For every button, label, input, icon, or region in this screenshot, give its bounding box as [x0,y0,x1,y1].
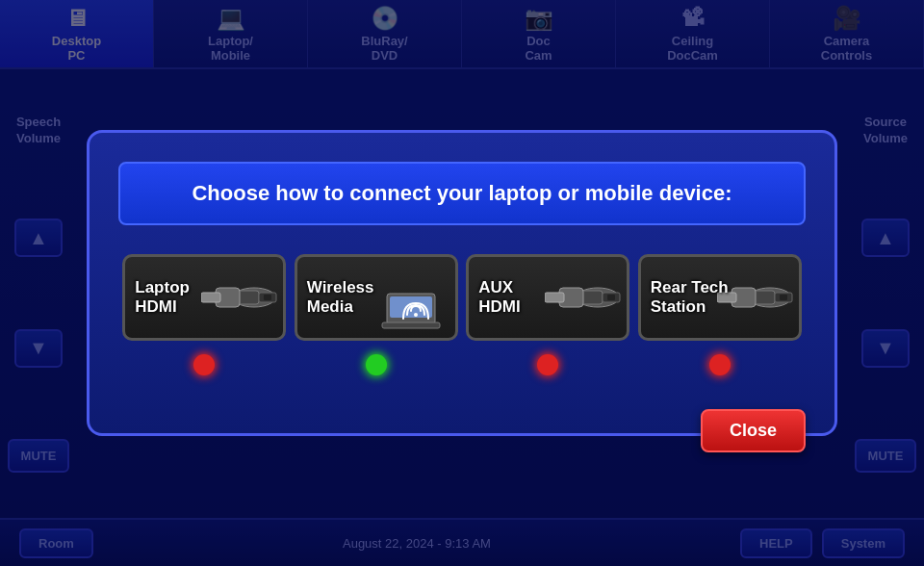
svg-point-9 [414,313,418,317]
rear-tech-station-status-dot [709,354,731,375]
svg-rect-8 [382,322,440,328]
rear-tech-station-button[interactable]: Rear TechStation [638,254,802,341]
modal-overlay: Choose how to connect your laptop or mob… [0,0,924,566]
laptop-hdmi-option: LaptopHDMI [122,254,286,375]
rear-tech-station-icon [717,264,794,331]
rear-tech-station-option: Rear TechStation [638,254,802,375]
svg-rect-15 [607,295,615,300]
laptop-hdmi-button[interactable]: LaptopHDMI [122,254,286,341]
svg-rect-21 [780,295,787,300]
aux-hdmi-option: AUXHDMI [466,254,629,375]
wireless-media-icon [376,264,453,331]
close-button[interactable]: Close [701,409,806,452]
aux-hdmi-label: AUXHDMI [478,278,520,318]
svg-rect-13 [545,293,564,302]
laptop-hdmi-icon [201,264,278,331]
wireless-media-label: WirelessMedia [307,278,374,318]
svg-rect-5 [264,295,271,300]
laptop-hdmi-label: LaptopHDMI [135,278,190,318]
rear-tech-station-label: Rear TechStation [651,278,729,318]
connection-modal: Choose how to connect your laptop or mob… [87,130,837,436]
wireless-media-status-dot [366,354,387,375]
svg-rect-3 [201,293,220,302]
wireless-media-button[interactable]: WirelessMedia [295,254,458,341]
aux-hdmi-button[interactable]: AUXHDMI [466,254,629,341]
aux-hdmi-status-dot [537,354,558,375]
wireless-media-option: WirelessMedia [295,254,458,375]
connection-options-grid: LaptopHDMI [118,254,806,375]
modal-title: Choose how to connect your laptop or mob… [118,162,806,225]
aux-hdmi-icon [545,264,622,331]
laptop-hdmi-status-dot [193,354,215,375]
